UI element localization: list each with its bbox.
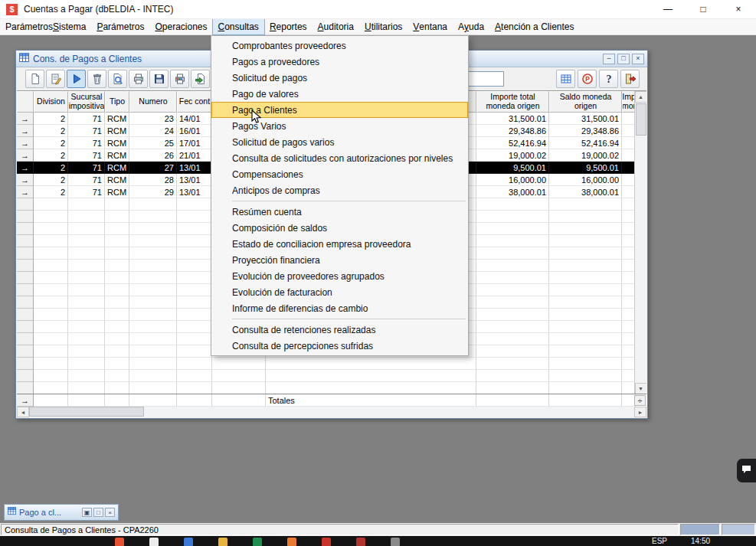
menu-item-pago-de-valores[interactable]: Pago de valores <box>211 86 468 102</box>
menu-item-pagos-varios[interactable]: Pagos Varios <box>211 118 468 134</box>
exit-button[interactable] <box>620 70 640 88</box>
floating-chat-widget[interactable] <box>737 459 756 482</box>
menu-item-compensaciones[interactable]: Compensaciones <box>211 166 468 182</box>
child-maximize-button[interactable]: □ <box>617 54 630 64</box>
menubar-item-ayuda[interactable]: Ayuda <box>453 19 489 34</box>
menubar-item-consultas[interactable]: Consultas <box>213 19 264 34</box>
taskbar-app-icon[interactable] <box>287 538 296 546</box>
menu-item-consulta-de-percepciones-sufridas[interactable]: Consulta de percepciones sufridas <box>211 338 468 354</box>
column-header-saldo-moneda-origen[interactable]: Saldo moneda origen <box>549 91 622 113</box>
column-header-numero[interactable]: Numero <box>129 91 177 113</box>
menu-item-proyeccion-financiera[interactable]: Proyección financiera <box>211 252 468 268</box>
cell-division <box>34 247 68 260</box>
column-header-tipo[interactable]: Tipo <box>105 91 129 113</box>
row-indicator: → <box>17 149 34 162</box>
cell-tipo: RCM <box>105 137 129 149</box>
save-button[interactable] <box>149 70 169 88</box>
column-header-importe-total-moneda-origen[interactable]: Importe total moneda origen <box>476 91 549 113</box>
taskbar-app-icon[interactable] <box>253 538 262 546</box>
menu-item-consulta-de-solicitudes-con-autorizaciones-por-niveles[interactable]: Consulta de solicitudes con autorizacion… <box>211 150 468 166</box>
cell-sucursal <box>68 260 105 272</box>
cell-sucursal <box>68 247 105 260</box>
minimized-window-pago-a-clientes[interactable]: Pago a cl... ▣ □ × <box>4 504 119 521</box>
run-query-button[interactable] <box>67 70 86 88</box>
menubar-item-parametros[interactable]: Parámetros <box>91 19 149 34</box>
menu-item-composicion-de-saldos[interactable]: Composición de saldos <box>211 220 468 236</box>
taskbar-app-icon[interactable] <box>356 538 365 546</box>
scroll-left-icon[interactable]: ◄ <box>17 407 29 417</box>
cell-fecha: 17/01 <box>177 137 212 149</box>
scroll-down-icon[interactable]: ▼ <box>635 383 647 394</box>
child-minimize-button[interactable]: – <box>603 54 615 64</box>
horizontal-scrollbar[interactable]: ◄ ► <box>17 407 646 417</box>
grid-row-empty[interactable] <box>17 358 646 370</box>
vertical-scrollbar[interactable]: ▲ ▼ <box>634 91 646 394</box>
menu-item-anticipos-de-compras[interactable]: Anticipos de compras <box>211 182 468 198</box>
vertical-scrollbar-thumb[interactable] <box>636 103 646 136</box>
cell-sucursal <box>68 296 105 309</box>
scroll-right-icon[interactable]: ► <box>634 407 646 417</box>
new-document-button[interactable] <box>25 70 44 88</box>
taskbar-app-icon[interactable] <box>322 538 331 546</box>
minimize-button[interactable]: — <box>650 0 686 18</box>
taskbar-app-icon[interactable] <box>391 538 400 546</box>
menubar-item-reportes[interactable]: Reportes <box>264 19 313 34</box>
cell-tipo <box>105 333 129 345</box>
maximize-button[interactable]: □ <box>686 0 721 18</box>
menu-item-informe-de-diferencias-de-cambio[interactable]: Informe de diferencias de cambio <box>211 300 468 316</box>
taskbar-app-icon[interactable] <box>184 538 193 546</box>
menubar-item-utilitarios[interactable]: Utilitarios <box>359 19 407 34</box>
print-color-button[interactable] <box>170 70 189 88</box>
menu-item-resumen-cuenta[interactable]: Resúmen cuenta <box>211 204 468 220</box>
menu-item-pagos-a-proveedores[interactable]: Pagos a proveedores <box>211 54 468 70</box>
clock[interactable]: 14:50 <box>691 537 710 545</box>
menubar-item-auditoria[interactable]: Auditoria <box>313 19 359 34</box>
language-indicator[interactable]: ESP <box>652 537 667 545</box>
cell-fecha <box>177 272 212 284</box>
export-report-button[interactable] <box>191 70 210 88</box>
menubar-item-parametros-sistema[interactable]: Parámetros Sistema <box>0 19 91 34</box>
totals-spinner[interactable]: ÷ <box>634 395 646 406</box>
grid-view-button[interactable] <box>556 70 575 88</box>
toolbar-left <box>25 70 210 88</box>
menu-item-solicitud-de-pagos-varios[interactable]: Solicitud de pagos varios <box>211 134 468 150</box>
child-close-button[interactable]: × <box>632 54 644 64</box>
delete-record-button[interactable] <box>87 70 106 88</box>
cell-sucursal <box>68 198 105 211</box>
grid-row-empty[interactable] <box>17 370 646 382</box>
taskbar-app-icon[interactable] <box>218 538 227 546</box>
cell-fecha: 21/01 <box>177 149 212 162</box>
print-button[interactable] <box>129 70 148 88</box>
menubar-item-ventana[interactable]: Ventana <box>407 19 453 34</box>
menu-item-solicitud-de-pagos[interactable]: Solicitud de pagos <box>211 70 468 86</box>
help-button[interactable]: ? <box>599 70 618 88</box>
menu-item-comprobantes-proveedores[interactable]: Comprobantes proveedores <box>211 38 468 54</box>
restore-button[interactable]: ▣ <box>82 508 92 517</box>
cell-sucursal <box>68 211 105 223</box>
close-button[interactable]: × <box>105 508 115 517</box>
cell-tipo <box>105 223 129 235</box>
grid-row-empty[interactable] <box>17 382 646 394</box>
column-header-sucursal-impositiva[interactable]: Sucursal impositiva <box>68 91 105 113</box>
column-header-fec-cont[interactable]: Fec cont <box>177 91 212 113</box>
menu-item-estado-de-conciliacion-empresa-proveedora[interactable]: Estado de conciliacion empresa proveedor… <box>211 236 468 252</box>
close-button[interactable]: × <box>721 0 756 18</box>
menu-item-pago-a-clientes[interactable]: Pago a Clientes <box>211 102 468 118</box>
menubar-item-operaciones[interactable]: Operaciones <box>149 19 212 34</box>
menu-item-consulta-de-retenciones-realizadas[interactable]: Consulta de retenciones realizadas <box>211 322 468 338</box>
cell-tipo <box>105 382 129 394</box>
taskbar-app-icon[interactable] <box>149 538 159 546</box>
totals-row[interactable]: →Totales <box>17 394 646 407</box>
maximize-button[interactable]: □ <box>93 508 103 517</box>
taskbar-app-icon[interactable] <box>115 538 124 546</box>
scroll-up-icon[interactable]: ▲ <box>635 91 647 103</box>
column-header-division[interactable]: Division <box>34 91 68 113</box>
menu-item-evolucion-de-proveedores-agrupados[interactable]: Evolución de proveedores agrupados <box>211 268 468 284</box>
print-preview-button[interactable] <box>108 70 127 88</box>
edit-record-button[interactable] <box>46 70 65 88</box>
horizontal-scrollbar-thumb[interactable] <box>29 407 144 417</box>
menu-item-evolucion-de-facturacion[interactable]: Evolución de facturacion <box>211 284 468 300</box>
process-button[interactable]: P <box>578 70 597 88</box>
cell-fecha <box>177 370 212 382</box>
menubar-item-atencion-a-clientes[interactable]: Atención a Clientes <box>489 19 579 34</box>
